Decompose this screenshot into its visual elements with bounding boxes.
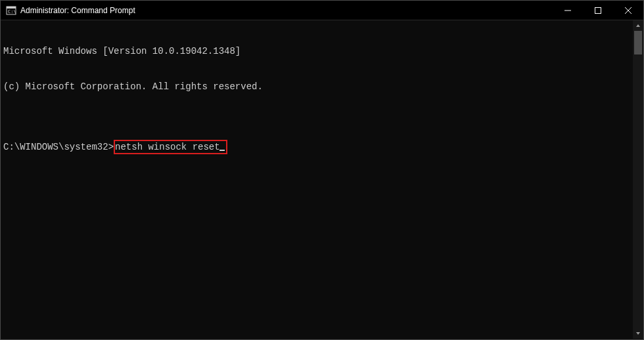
text-cursor — [219, 150, 225, 151]
prompt-line: C:\WINDOWS\system32>netsh winsock reset — [3, 140, 641, 154]
typed-command: netsh winsock reset — [115, 142, 220, 152]
window-title: Administrator: Command Prompt — [20, 6, 135, 15]
vertical-scrollbar[interactable] — [633, 20, 643, 339]
svg-rect-4 — [595, 8, 601, 14]
window-controls — [553, 1, 643, 20]
minimize-button[interactable] — [553, 1, 583, 20]
command-highlight: netsh winsock reset — [114, 140, 227, 154]
titlebar[interactable]: C:\ Administrator: Command Prompt — [1, 1, 643, 20]
cmd-icon: C:\ — [6, 5, 16, 16]
svg-rect-1 — [7, 7, 16, 9]
scroll-down-arrow-icon[interactable] — [633, 328, 643, 339]
maximize-button[interactable] — [583, 1, 613, 20]
prompt-path: C:\WINDOWS\system32> — [3, 142, 114, 152]
close-button[interactable] — [613, 1, 643, 20]
terminal-body[interactable]: Microsoft Windows [Version 10.0.19042.13… — [1, 20, 643, 339]
copyright-line: (c) Microsoft Corporation. All rights re… — [3, 81, 641, 93]
scroll-up-arrow-icon[interactable] — [633, 20, 643, 31]
titlebar-left: C:\ Administrator: Command Prompt — [1, 5, 135, 16]
svg-text:C:\: C:\ — [8, 9, 16, 14]
scroll-thumb[interactable] — [634, 31, 642, 54]
command-prompt-window: C:\ Administrator: Command Prompt Micros… — [0, 0, 644, 340]
version-line: Microsoft Windows [Version 10.0.19042.13… — [3, 45, 641, 57]
